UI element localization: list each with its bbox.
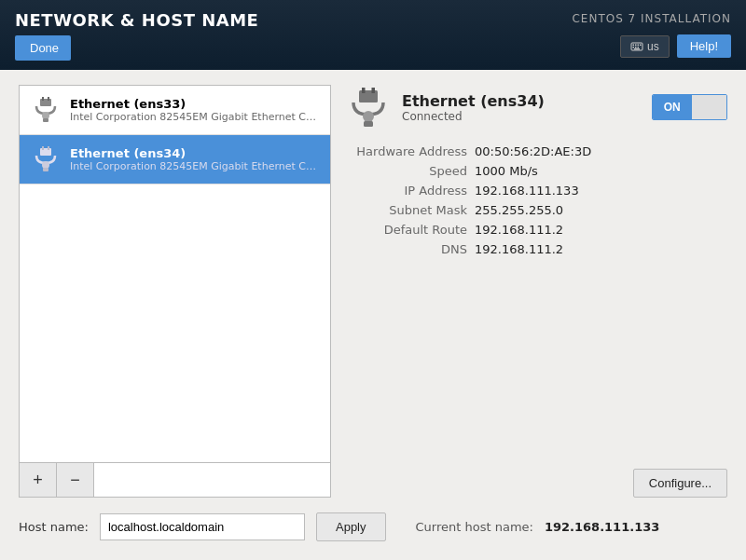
content-row: Ethernet (ens33) Intel Corporation 82545…: [19, 85, 727, 498]
network-item-ens33[interactable]: Ethernet (ens33) Intel Corporation 82545…: [20, 86, 330, 135]
done-button[interactable]: Done: [15, 35, 71, 61]
detail-name: Ethernet (ens34): [402, 92, 641, 110]
toggle-off-button[interactable]: [692, 95, 726, 119]
header-right: CENTOS 7 INSTALLATION us Help!: [572, 12, 731, 58]
detail-status: Connected: [402, 110, 641, 123]
svg-point-22: [363, 111, 374, 122]
ip-address-row: IP Address 192.168.111.133: [346, 184, 727, 198]
svg-rect-11: [48, 97, 49, 101]
header-left: NETWORK & HOST NAME Done: [15, 10, 258, 61]
svg-rect-14: [40, 148, 51, 156]
ethernet-icon-ens33: [31, 95, 61, 125]
dns-row: DNS 192.168.111.2: [346, 242, 727, 256]
ip-address-value: 192.168.111.133: [475, 184, 579, 198]
svg-rect-18: [43, 168, 48, 171]
svg-point-17: [42, 161, 49, 169]
svg-rect-10: [42, 97, 44, 101]
subnet-mask-label: Subnet Mask: [346, 203, 467, 217]
keyboard-icon: [630, 40, 643, 53]
speed-value: 1000 Mb/s: [475, 164, 538, 178]
svg-rect-2: [635, 44, 637, 46]
ip-address-label: IP Address: [346, 184, 467, 198]
svg-rect-4: [640, 44, 642, 46]
current-host-value: 192.168.111.133: [545, 520, 659, 534]
network-name-ens33: Ethernet (ens33): [70, 97, 319, 111]
network-list-panel: Ethernet (ens33) Intel Corporation 82545…: [19, 85, 331, 498]
svg-rect-13: [43, 118, 48, 122]
bottom-bar: Host name: Apply Current host name: 192.…: [19, 509, 727, 545]
speed-label: Speed: [346, 164, 467, 178]
ethernet-icon-ens34: [31, 144, 61, 174]
svg-rect-15: [42, 146, 44, 150]
svg-rect-9: [40, 99, 51, 106]
network-item-ens34[interactable]: Ethernet (ens34) Intel Corporation 82545…: [20, 135, 330, 184]
help-button[interactable]: Help!: [677, 34, 731, 58]
subnet-mask-row: Subnet Mask 255.255.255.0: [346, 203, 727, 217]
svg-rect-7: [637, 47, 639, 48]
svg-rect-3: [637, 44, 639, 46]
host-name-input[interactable]: [100, 513, 305, 540]
default-route-label: Default Route: [346, 223, 467, 237]
detail-title-block: Ethernet (ens34) Connected: [402, 92, 641, 123]
svg-rect-20: [362, 88, 366, 93]
svg-rect-23: [364, 121, 373, 127]
list-buttons: + −: [20, 462, 330, 497]
subnet-mask-value: 255.255.255.0: [475, 203, 563, 217]
detail-ethernet-icon: [346, 85, 391, 130]
network-info-ens34: Ethernet (ens34) Intel Corporation 82545…: [70, 146, 319, 172]
page-title: NETWORK & HOST NAME: [15, 10, 258, 30]
dns-value: 192.168.111.2: [475, 242, 563, 256]
svg-rect-6: [635, 47, 637, 48]
hardware-address-row: Hardware Address 00:50:56:2D:AE:3D: [346, 144, 727, 158]
main-content: Ethernet (ens33) Intel Corporation 82545…: [0, 70, 746, 560]
detail-header: Ethernet (ens34) Connected ON: [346, 85, 727, 130]
svg-rect-8: [634, 48, 640, 49]
info-table: Hardware Address 00:50:56:2D:AE:3D Speed…: [346, 144, 727, 461]
toggle-on-button[interactable]: ON: [653, 95, 692, 119]
dns-label: DNS: [346, 242, 467, 256]
svg-rect-1: [632, 44, 634, 46]
svg-point-12: [42, 112, 49, 119]
svg-rect-5: [632, 47, 634, 48]
keyboard-layout-label: us: [647, 40, 659, 53]
default-route-value: 192.168.111.2: [475, 223, 563, 237]
speed-row: Speed 1000 Mb/s: [346, 164, 727, 178]
toggle-switch[interactable]: ON: [652, 94, 727, 120]
svg-rect-21: [372, 88, 376, 93]
network-desc-ens33: Intel Corporation 82545EM Gigabit Ethern…: [70, 111, 319, 123]
header-controls: us Help!: [620, 34, 731, 58]
header: NETWORK & HOST NAME Done CENTOS 7 INSTAL…: [0, 0, 746, 70]
list-spacer: [20, 184, 330, 462]
configure-button[interactable]: Configure...: [633, 469, 727, 498]
svg-rect-16: [48, 146, 49, 150]
keyboard-layout-button[interactable]: us: [620, 35, 670, 58]
apply-button[interactable]: Apply: [316, 512, 386, 541]
centos-label: CENTOS 7 INSTALLATION: [572, 12, 731, 25]
network-info-ens33: Ethernet (ens33) Intel Corporation 82545…: [70, 97, 319, 123]
default-route-row: Default Route 192.168.111.2: [346, 223, 727, 237]
current-host-label: Current host name:: [416, 520, 533, 534]
host-name-label: Host name:: [19, 520, 89, 534]
network-desc-ens34: Intel Corporation 82545EM Gigabit Ethern…: [70, 160, 319, 172]
add-network-button[interactable]: +: [20, 463, 57, 497]
hardware-address-label: Hardware Address: [346, 144, 467, 158]
hardware-address-value: 00:50:56:2D:AE:3D: [475, 144, 591, 158]
remove-network-button[interactable]: −: [57, 463, 94, 497]
detail-panel: Ethernet (ens34) Connected ON Hardware A…: [346, 85, 727, 498]
network-name-ens34: Ethernet (ens34): [70, 146, 319, 160]
